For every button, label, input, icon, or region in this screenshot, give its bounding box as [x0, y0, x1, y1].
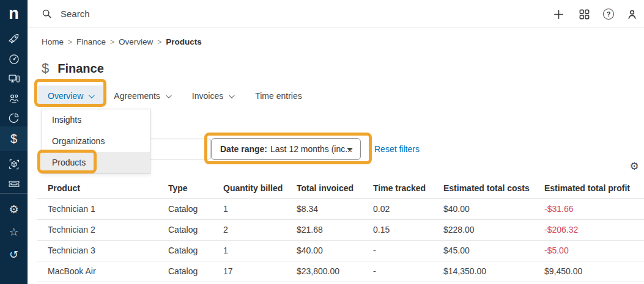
costs-cell: $228.00	[432, 219, 533, 240]
apps-button[interactable]	[577, 7, 591, 21]
breadcrumb: Home > Finance > Overview > Products	[42, 37, 202, 46]
sidebar-item-organizations[interactable]	[0, 87, 28, 109]
overview-dropdown-menu: Insights Organizations Products	[42, 109, 150, 174]
cube-icon	[8, 158, 20, 170]
date-range-select[interactable]: Date range: Last 12 months (inc...	[211, 138, 361, 160]
search-input[interactable]: Search	[42, 0, 90, 27]
help-icon: ?	[603, 9, 614, 20]
column-header-total-invoiced[interactable]: Total invoiced	[286, 178, 362, 198]
chevron-down-icon	[89, 92, 95, 98]
sidebar-item-devices[interactable]	[0, 68, 28, 90]
sidebar-item-dashboard[interactable]	[0, 48, 28, 70]
apps-grid-icon	[579, 9, 590, 20]
plus-icon	[553, 9, 564, 20]
account-button[interactable]	[625, 7, 638, 21]
tab-overview[interactable]: Overview	[38, 86, 103, 106]
tab-agreements-label: Agreements	[114, 91, 160, 101]
product-cell: Technician 1	[37, 198, 157, 219]
help-button[interactable]: ?	[602, 7, 615, 21]
menu-item-insights[interactable]: Insights	[42, 109, 150, 131]
tab-invoices[interactable]: Invoices	[181, 86, 244, 106]
search-placeholder: Search	[61, 9, 90, 19]
sidebar-item-ticketing[interactable]	[0, 173, 28, 195]
costs-cell: $14,350.00	[432, 261, 533, 282]
column-header-estimated-total-profit[interactable]: Estimated total profit	[533, 178, 644, 198]
costs-cell: $45.00	[432, 240, 533, 261]
chevron-down-icon	[166, 92, 172, 98]
sidebar-item-administration[interactable]: ⚙	[0, 198, 28, 220]
type-cell: Catalog	[157, 219, 212, 240]
date-range-label: Date range:	[220, 144, 267, 154]
quantity-cell: 2	[212, 219, 286, 240]
people-icon	[8, 92, 20, 104]
dollar-icon: $	[10, 133, 17, 145]
profit-cell: -$31.66	[533, 198, 644, 219]
invoiced-cell: $23,800.00	[286, 261, 362, 282]
search-icon	[42, 9, 52, 19]
app-root: n	[0, 0, 644, 284]
column-header-product[interactable]: Product	[37, 178, 157, 198]
type-cell: Catalog	[157, 240, 212, 261]
logo-text: n	[9, 4, 19, 23]
breadcrumb-products: Products	[166, 37, 202, 46]
breadcrumb-separator: >	[68, 38, 72, 46]
tab-time-entries[interactable]: Time entries	[244, 86, 313, 106]
breadcrumb-overview[interactable]: Overview	[119, 37, 153, 46]
profit-cell: -$5.00	[533, 240, 644, 261]
product-cell: Technician 3	[37, 240, 157, 261]
pie-chart-icon	[8, 112, 20, 124]
table-row[interactable]: Technician 1 Catalog 1 $8.34 0.02 $40.00…	[37, 198, 644, 219]
add-button[interactable]	[552, 7, 565, 21]
menu-item-products[interactable]: Products	[42, 152, 150, 173]
topbar: Search ?	[28, 0, 644, 27]
breadcrumb-separator: >	[110, 38, 114, 46]
breadcrumb-home[interactable]: Home	[42, 37, 64, 46]
finance-dollar-icon: $	[42, 60, 49, 76]
sidebar-item-recent[interactable]: ↺	[0, 244, 28, 266]
tracked-cell: 0.15	[362, 219, 432, 240]
invoiced-cell: $21.68	[286, 219, 362, 240]
sidebar-item-favorites[interactable]: ☆	[0, 221, 28, 243]
quantity-cell: 1	[212, 198, 286, 219]
sidebar-item-reporting[interactable]	[0, 107, 28, 129]
invoiced-cell: $40.00	[286, 240, 362, 261]
tracked-cell: 0.02	[362, 198, 432, 219]
reset-filters-link[interactable]: Reset filters	[374, 144, 420, 154]
sidebar-divider	[0, 193, 28, 194]
column-header-time-tracked[interactable]: Time tracked	[362, 178, 432, 198]
sidebar: n	[0, 0, 28, 284]
sidebar-item-packages[interactable]	[0, 153, 28, 175]
menu-item-organizations[interactable]: Organizations	[42, 131, 150, 152]
tab-agreements[interactable]: Agreements	[103, 86, 180, 106]
gear-icon: ⚙	[629, 161, 638, 172]
gear-icon: ⚙	[9, 204, 18, 215]
rocket-icon	[8, 34, 20, 46]
ninjaone-logo[interactable]: n	[0, 0, 28, 27]
tab-overview-label: Overview	[48, 91, 83, 101]
profit-cell: $9,450.00	[533, 261, 644, 282]
sidebar-item-finance[interactable]: $	[0, 126, 28, 151]
table-row[interactable]: Technician 3 Catalog 1 $40.00 - $45.00 -…	[37, 240, 644, 261]
ticket-icon	[8, 178, 20, 190]
column-header-estimated-total-costs[interactable]: Estimated total costs	[432, 178, 533, 198]
page-title: Finance	[57, 62, 104, 76]
star-icon: ☆	[9, 227, 18, 238]
tracked-cell: -	[362, 240, 432, 261]
sidebar-item-getting-started[interactable]	[0, 29, 28, 51]
product-cell: MacBook Air	[37, 261, 157, 282]
costs-cell: $40.00	[432, 198, 533, 219]
quantity-cell: 1	[212, 240, 286, 261]
table-header-row: Product Type Quantity billed Total invoi…	[37, 178, 644, 198]
chevron-down-icon	[229, 92, 235, 98]
account-icon	[626, 9, 638, 20]
table-row[interactable]: MacBook Air Catalog 17 $23,800.00 - $14,…	[37, 261, 644, 282]
table-settings-button[interactable]: ⚙	[627, 159, 641, 173]
breadcrumb-finance[interactable]: Finance	[76, 37, 106, 46]
type-cell: Catalog	[157, 261, 212, 282]
tracked-cell: -	[362, 261, 432, 282]
table-row[interactable]: Technician 2 Catalog 2 $21.68 0.15 $228.…	[37, 219, 644, 240]
column-header-type[interactable]: Type	[157, 178, 212, 198]
column-header-quantity-billed[interactable]: Quantity billed	[212, 178, 286, 198]
tab-invoices-label: Invoices	[192, 91, 223, 101]
gauge-icon	[8, 53, 20, 65]
